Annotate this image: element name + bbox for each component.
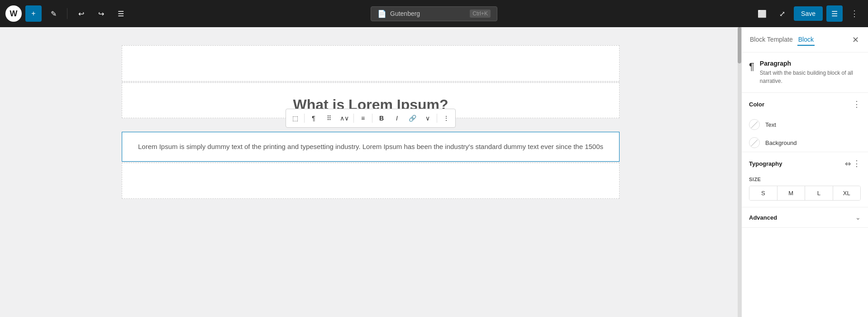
view-button[interactable]: ⬜ — [754, 5, 770, 22]
redo-button[interactable]: ↪ — [93, 5, 109, 22]
block-drag-btn[interactable]: ⠿ — [322, 111, 336, 125]
main-area: What is Lorem Ipsum? ⬚ ¶ ⠿ ∧∨ ≡ B I 🔗 ∨ — [0, 27, 868, 317]
typography-section: Typography ⇔ ⋮ SIZE S M L XL — [742, 152, 868, 207]
block-toolbar-sep-1 — [304, 114, 305, 123]
sidebar-header: Block Template Block ✕ — [742, 27, 868, 53]
paragraph-text: Lorem Ipsum is simply dummy text of the … — [131, 141, 610, 152]
block-toolbar-sep-3 — [372, 114, 372, 123]
tab-block-template[interactable]: Block Template — [749, 34, 794, 46]
search-shortcut: Ctrl+K — [470, 10, 491, 18]
add-block-button[interactable]: + — [25, 5, 42, 22]
command-search[interactable]: 📄 Gutenberg Ctrl+K — [371, 6, 497, 21]
background-color-item[interactable]: Background — [742, 134, 868, 152]
settings-button[interactable]: ☰ — [826, 5, 843, 22]
text-color-circle — [749, 119, 760, 130]
search-icon: 📄 — [377, 10, 386, 18]
sidebar-close-button[interactable]: ✕ — [850, 33, 861, 47]
size-s-button[interactable]: S — [749, 186, 777, 200]
preview-button[interactable]: ⤢ — [774, 5, 790, 22]
wp-logo[interactable]: W — [5, 5, 22, 22]
editor-scrollbar[interactable] — [738, 27, 741, 317]
block-more-btn[interactable]: ∨ — [420, 111, 435, 125]
typography-adjust-icon[interactable]: ⇔ — [845, 159, 851, 168]
block-options-btn[interactable]: ⋮ — [439, 111, 453, 125]
undo-button[interactable]: ↩ — [73, 5, 89, 22]
tools-button[interactable]: ✎ — [45, 5, 62, 22]
color-options-button[interactable]: ⋮ — [853, 99, 861, 109]
advanced-section-title: Advanced — [749, 214, 777, 221]
block-align-btn[interactable]: ≡ — [356, 111, 370, 125]
toolbar-separator-1 — [67, 8, 67, 19]
search-bar-text: Gutenberg — [390, 10, 466, 17]
size-xl-button[interactable]: XL — [833, 186, 861, 200]
tab-block[interactable]: Block — [797, 34, 815, 46]
editor-blocks: What is Lorem Ipsum? ⬚ ¶ ⠿ ∧∨ ≡ B I 🔗 ∨ — [122, 45, 620, 199]
sidebar: Block Template Block ✕ ¶ Paragraph Start… — [741, 27, 868, 317]
advanced-chevron-icon: ⌄ — [855, 214, 861, 221]
typography-options-button[interactable]: ⋮ — [853, 158, 861, 168]
color-section-title: Color — [749, 101, 764, 108]
block-image-btn[interactable]: ⬚ — [288, 111, 302, 125]
empty-block-top[interactable] — [122, 45, 620, 82]
editor-scrollbar-thumb[interactable] — [738, 27, 741, 63]
document-overview-button[interactable]: ☰ — [113, 5, 129, 22]
block-info-description: Start with the basic building block of a… — [760, 69, 861, 85]
typography-section-header[interactable]: Typography ⇔ ⋮ — [742, 152, 868, 175]
background-color-strikethrough — [751, 139, 758, 146]
text-color-label: Text — [765, 121, 776, 128]
save-button[interactable]: Save — [794, 6, 823, 21]
color-section-header[interactable]: Color ⋮ — [742, 93, 868, 115]
paragraph-block[interactable]: Lorem Ipsum is simply dummy text of the … — [122, 132, 620, 162]
toolbar-right: ⬜ ⤢ Save ☰ ⋮ — [754, 5, 863, 22]
text-color-item[interactable]: Text — [742, 115, 868, 134]
block-toolbar-sep-2 — [353, 114, 354, 123]
advanced-section: Advanced ⌄ — [742, 207, 868, 228]
background-color-circle — [749, 137, 760, 148]
editor-area: What is Lorem Ipsum? ⬚ ¶ ⠿ ∧∨ ≡ B I 🔗 ∨ — [0, 27, 741, 317]
typography-section-title: Typography — [749, 160, 782, 167]
size-l-button[interactable]: L — [805, 186, 833, 200]
block-info-title: Paragraph — [760, 60, 861, 67]
size-m-button[interactable]: M — [777, 186, 806, 200]
block-toolbar-sep-4 — [437, 114, 437, 123]
background-color-label: Background — [765, 139, 796, 146]
heading-block[interactable]: What is Lorem Ipsum? ⬚ ¶ ⠿ ∧∨ ≡ B I 🔗 ∨ — [122, 82, 620, 118]
color-section: Color ⋮ Text Background — [742, 93, 868, 152]
block-toolbar: ⬚ ¶ ⠿ ∧∨ ≡ B I 🔗 ∨ ⋮ — [286, 109, 456, 128]
size-label: SIZE — [742, 175, 868, 186]
typography-adjust: ⇔ ⋮ — [845, 158, 861, 168]
block-type-btn[interactable]: ¶ — [306, 111, 321, 125]
size-buttons: S M L XL — [749, 186, 861, 201]
advanced-section-header[interactable]: Advanced ⌄ — [742, 207, 868, 227]
empty-block-bottom[interactable] — [122, 163, 620, 199]
block-link-btn[interactable]: 🔗 — [405, 111, 420, 125]
paragraph-block-icon: ¶ — [749, 61, 754, 72]
block-info-text: Paragraph Start with the basic building … — [760, 60, 861, 85]
block-info: ¶ Paragraph Start with the basic buildin… — [742, 53, 868, 93]
block-move-btn[interactable]: ∧∨ — [337, 111, 352, 125]
block-bold-btn[interactable]: B — [374, 111, 389, 125]
more-options-button[interactable]: ⋮ — [846, 5, 863, 22]
block-italic-btn[interactable]: I — [390, 111, 404, 125]
text-color-strikethrough — [751, 121, 758, 128]
top-toolbar: W + ✎ ↩ ↪ ☰ 📄 Gutenberg Ctrl+K ⬜ ⤢ Save … — [0, 0, 868, 27]
